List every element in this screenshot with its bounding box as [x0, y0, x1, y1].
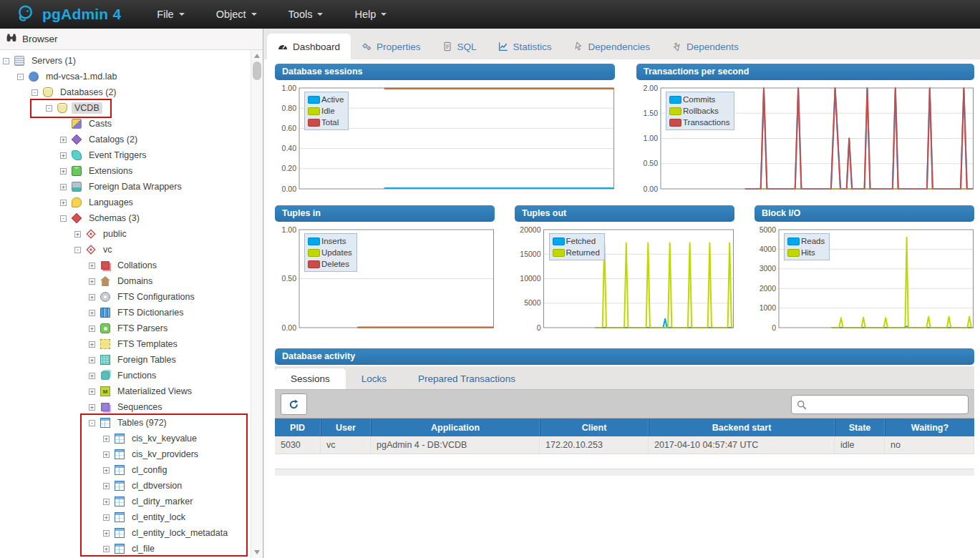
- search-icon: [797, 400, 807, 410]
- tab-dashboard[interactable]: Dashboard: [267, 34, 351, 59]
- tree-expander-icon[interactable]: -: [89, 420, 95, 426]
- scroll-up-icon[interactable]: [254, 54, 260, 58]
- scrollbar-thumb[interactable]: [253, 62, 261, 80]
- tree-item-public[interactable]: + public: [0, 226, 250, 242]
- tree-expander-icon[interactable]: -: [3, 58, 9, 64]
- tree-item-cl-entity-lock-metadata[interactable]: + cl_entity_lock_metadata: [0, 525, 250, 541]
- tree-item-schemas-3[interactable]: - Schemas (3): [0, 210, 250, 226]
- tree-expander-icon[interactable]: +: [89, 404, 95, 411]
- tree-expander-icon[interactable]: +: [103, 546, 110, 552]
- tree-item-cis-kv-providers[interactable]: + cis_kv_providers: [0, 446, 250, 462]
- legend-label: Hits: [801, 248, 815, 257]
- legend-item: Rollbacks: [669, 105, 729, 117]
- tree-item-languages[interactable]: + Languages: [0, 195, 250, 210]
- table-icon: [115, 544, 125, 554]
- tree-expander-icon[interactable]: +: [103, 436, 110, 442]
- tree-expander-icon[interactable]: +: [103, 530, 110, 537]
- tree-item-vcdb[interactable]: - VCDB: [0, 100, 250, 116]
- tree-expander-icon[interactable]: +: [89, 310, 95, 316]
- menu-object[interactable]: Object: [200, 1, 273, 27]
- tree-item-event-triggers[interactable]: + Event Triggers: [0, 147, 250, 163]
- tree-expander-icon[interactable]: +: [103, 499, 110, 505]
- search-input[interactable]: [810, 397, 968, 413]
- scroll-down-icon[interactable]: [254, 550, 260, 554]
- tree-expander-icon[interactable]: +: [103, 514, 110, 521]
- menu-file[interactable]: File: [141, 1, 200, 27]
- sidebar-scrollbar[interactable]: [251, 50, 263, 558]
- tree-expander-icon[interactable]: +: [89, 373, 95, 379]
- tree-item-databases-2[interactable]: - Databases (2): [0, 84, 250, 100]
- tree-item-casts[interactable]: Casts: [0, 116, 250, 132]
- tree-expander-icon[interactable]: +: [60, 200, 67, 206]
- tree-expander-icon[interactable]: -: [31, 89, 38, 96]
- legend-label: Rollbacks: [683, 107, 719, 115]
- legend-swatch: [669, 96, 681, 104]
- tree-expander-icon[interactable]: +: [60, 184, 67, 190]
- menu-help[interactable]: Help: [339, 1, 402, 27]
- tree-expander-icon[interactable]: +: [89, 388, 95, 395]
- tree-expander-icon[interactable]: +: [103, 483, 110, 489]
- tree-expander-icon[interactable]: +: [89, 326, 95, 332]
- tab-locks[interactable]: Locks: [346, 368, 402, 389]
- tab-sql[interactable]: SQL: [432, 34, 487, 59]
- tree-item-foreign-tables[interactable]: + Foreign Tables: [0, 352, 250, 368]
- tree-expander-icon[interactable]: -: [74, 247, 81, 253]
- tree-item-extensions[interactable]: + Extensions: [0, 163, 250, 179]
- tree-item-cis-kv-keyvalue[interactable]: + cis_kv_keyvalue: [0, 431, 250, 446]
- tree-item-fts-parsers[interactable]: + FTS Parsers: [0, 320, 250, 336]
- transactions-per-second-chart: 2.001.501.000.500.00CommitsRollbacksTran…: [636, 84, 974, 195]
- legend-swatch: [308, 260, 320, 268]
- tree-item-vc[interactable]: - vc: [0, 242, 250, 258]
- tree-item-fts-configurations[interactable]: + FTS Configurations: [0, 289, 250, 305]
- tree-item-fts-dictionaries[interactable]: + FTS Dictionaries: [0, 305, 250, 320]
- tree-item-foreign-data-wrappers[interactable]: + Foreign Data Wrappers: [0, 179, 250, 195]
- tree-expander-icon[interactable]: -: [60, 215, 67, 222]
- tab-dependencies[interactable]: Dependencies: [563, 34, 661, 59]
- svg-text:0.80: 0.80: [282, 104, 297, 112]
- tree-expander-icon[interactable]: +: [74, 231, 81, 238]
- session-waiting: no: [885, 436, 974, 454]
- tree-expander-icon[interactable]: +: [89, 263, 95, 269]
- tree-expander-icon[interactable]: +: [89, 278, 95, 285]
- svg-text:1.00: 1.00: [644, 134, 659, 142]
- svg-text:0.00: 0.00: [282, 185, 297, 193]
- tree-item-tables-972[interactable]: - Tables (972): [0, 415, 250, 431]
- tree-item-cl-entity-lock[interactable]: + cl_entity_lock: [0, 509, 250, 525]
- tree-item-cl-file[interactable]: + cl_file: [0, 541, 250, 557]
- tab-properties[interactable]: Properties: [351, 34, 432, 59]
- block-io-chart: 500040003000200010000ReadsHits: [755, 225, 974, 333]
- caret-down-icon: [179, 13, 185, 16]
- tree-item-cl-dirty-marker[interactable]: + cl_dirty_marker: [0, 494, 250, 509]
- pgadmin-logo-icon: [16, 4, 35, 26]
- tab-prepared-transactions[interactable]: Prepared Transactions: [402, 368, 531, 389]
- tree-expander-icon[interactable]: +: [89, 341, 95, 348]
- tree-expander-icon[interactable]: +: [103, 451, 110, 458]
- tree-item-sequences[interactable]: + Sequences: [0, 399, 250, 415]
- tab-statistics[interactable]: Statistics: [487, 34, 563, 59]
- tree-expander-icon[interactable]: -: [46, 105, 52, 112]
- svg-text:5000: 5000: [524, 298, 541, 307]
- tree-item-materialized-views[interactable]: + M Materialized Views: [0, 383, 250, 399]
- tree-expander-icon[interactable]: -: [17, 74, 24, 80]
- tree-item-collations[interactable]: + Collations: [0, 258, 250, 273]
- tree-item-functions[interactable]: + Functions: [0, 368, 250, 383]
- menu-tools[interactable]: Tools: [273, 1, 339, 27]
- tree-item-cl-dbversion[interactable]: + cl_dbversion: [0, 478, 250, 494]
- tree-expander-icon[interactable]: +: [89, 294, 95, 300]
- tree-item-catalogs-2[interactable]: + Catalogs (2): [0, 132, 250, 147]
- tab-dependents[interactable]: Dependents: [661, 34, 749, 59]
- tree-expander-icon[interactable]: +: [60, 137, 67, 143]
- tree-item-domains[interactable]: + Domains: [0, 273, 250, 289]
- refresh-button[interactable]: [281, 393, 307, 415]
- tree-item-md-vcsa-1-md-lab[interactable]: - md-vcsa-1.md.lab: [0, 69, 250, 84]
- tree-item-fts-templates[interactable]: + FTS Templates: [0, 336, 250, 352]
- tree-item-servers-1[interactable]: - Servers (1): [0, 53, 250, 69]
- tree-expander-icon[interactable]: +: [89, 357, 95, 363]
- tree-expander-icon[interactable]: +: [103, 467, 110, 474]
- tree-expander-icon[interactable]: +: [60, 152, 67, 159]
- chart-legend: InsertsUpdatesDeletes: [304, 233, 357, 272]
- svg-text:3000: 3000: [760, 264, 777, 273]
- tree-expander-icon[interactable]: +: [60, 168, 67, 175]
- tree-item-cl-config[interactable]: + cl_config: [0, 462, 250, 478]
- tab-sessions[interactable]: Sessions: [275, 368, 346, 389]
